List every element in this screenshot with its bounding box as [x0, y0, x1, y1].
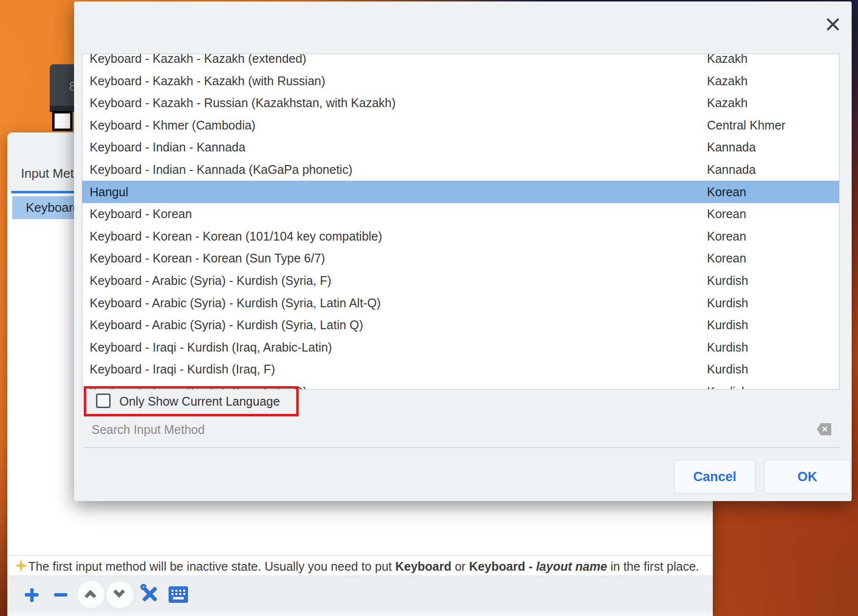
input-method-row[interactable]: Keyboard - Indian - KannadaKannada [82, 136, 839, 158]
input-method-name: Keyboard - Korean [90, 203, 192, 225]
input-method-language: Kannada [707, 136, 756, 158]
move-up-button[interactable] [77, 580, 105, 609]
input-method-row[interactable]: Keyboard - Iraqi - Kurdish (Iraq, Arabic… [82, 336, 839, 358]
input-method-row[interactable]: Keyboard - KoreanKorean [82, 203, 839, 225]
input-method-row[interactable]: Keyboard - Kazakh - Kazakh (extended)Kaz… [82, 54, 839, 70]
input-method-language: Kazakh [707, 54, 747, 70]
input-method-row[interactable]: Keyboard - Khmer (Cambodia)Central Khmer [82, 114, 839, 136]
input-method-language: Kurdish [707, 292, 748, 314]
input-method-name: Hangul [90, 181, 128, 203]
input-method-name: Keyboard - Arabic (Syria) - Kurdish (Syr… [90, 314, 363, 336]
input-method-language: Kurdish [707, 269, 748, 292]
input-method-language: Korean [707, 247, 746, 269]
window-bottom-strip [7, 613, 713, 616]
input-method-language: Kazakh [707, 70, 747, 92]
input-method-name: Keyboard - Kazakh - Kazakh (with Russian… [90, 70, 325, 92]
input-method-row[interactable]: Keyboard - Arabic (Syria) - Kurdish (Syr… [82, 314, 839, 336]
add-input-method-dialog: Keyboard - Kazakh - Kazakh (extended)Kaz… [74, 1, 852, 501]
cancel-button[interactable]: Cancel [674, 460, 756, 494]
ok-button[interactable]: OK [764, 460, 851, 494]
input-method-row[interactable]: Keyboard - Kazakh - Russian (Kazakhstan,… [82, 92, 839, 114]
sparkle-icon [15, 559, 28, 572]
chevron-down-icon [113, 586, 125, 597]
input-method-name: Keyboard - Arabic (Syria) - Kurdish (Syr… [90, 292, 381, 314]
input-method-name: Keyboard - Korean - Korean (Sun Type 6/7… [90, 247, 325, 269]
input-method-list[interactable]: Keyboard - Kazakh - Kazakh (extended)Kaz… [82, 54, 839, 390]
close-icon[interactable] [824, 15, 842, 34]
search-input[interactable]: Search Input Method [92, 417, 205, 442]
input-method-name: Keyboard - Khmer (Cambodia) [90, 114, 255, 136]
input-method-name: Keyboard - Kazakh - Kazakh (extended) [90, 54, 306, 70]
add-button[interactable] [24, 576, 39, 613]
input-method-language: Korean [707, 203, 746, 225]
footer-separator [84, 447, 839, 448]
input-method-row-selected[interactable]: HangulKorean [82, 181, 839, 203]
input-method-name: Keyboard - Indian - Kannada (KaGaPa phon… [90, 158, 352, 181]
input-method-language: Central Khmer [707, 114, 785, 136]
input-method-name: Keyboard - Kazakh - Russian (Kazakhstan,… [90, 92, 396, 114]
input-method-name: Keyboard - Iraqi - Kurdish (Iraq, F) [90, 358, 275, 380]
info-row: The first input method will be inactive … [7, 555, 713, 576]
input-method-language: Kurdish [707, 336, 748, 358]
input-method-row[interactable]: Keyboard - Arabic (Syria) - Kurdish (Syr… [82, 269, 839, 292]
input-method-row[interactable]: Keyboard - Korean - Korean (101/104 key … [82, 225, 839, 247]
toolbar [7, 576, 713, 613]
input-method-row[interactable]: Keyboard - Korean - Korean (Sun Type 6/7… [82, 247, 839, 269]
chevron-up-icon [84, 590, 96, 601]
input-method-language: Kurdish [707, 358, 748, 380]
keyboard-icon [169, 586, 188, 603]
input-method-language: Kurdish [707, 314, 748, 336]
remove-button[interactable] [54, 576, 68, 613]
input-method-name: Keyboard - Indian - Kannada [90, 136, 246, 158]
background-widget-swatch [52, 111, 73, 131]
input-method-language: Kazakh [707, 92, 747, 114]
clear-search-icon[interactable] [817, 423, 831, 435]
input-method-row[interactable]: Keyboard - Iraqi - Kurdish (Iraq, F)Kurd… [82, 358, 839, 380]
input-method-name: Keyboard - Arabic (Syria) - Kurdish (Syr… [90, 269, 331, 292]
move-down-button[interactable] [106, 580, 134, 609]
input-method-language: Korean [707, 225, 746, 247]
input-method-name: Keyboard - Korean - Korean (101/104 key … [90, 225, 382, 247]
input-method-row[interactable]: Keyboard - Arabic (Syria) - Kurdish (Syr… [82, 292, 839, 314]
keyboard-layout-button[interactable] [169, 576, 188, 613]
configure-button[interactable] [140, 576, 159, 613]
input-method-language: Korean [707, 181, 746, 203]
info-text: The first input method will be inactive … [28, 556, 710, 577]
input-method-language: Kurdish [707, 380, 748, 390]
input-method-row[interactable]: Keyboard - Indian - Kannada (KaGaPa phon… [82, 158, 839, 181]
input-method-language: Kannada [707, 158, 756, 181]
annotation-highlight-box [84, 386, 299, 416]
input-method-row[interactable]: Keyboard - Kazakh - Kazakh (with Russian… [82, 70, 839, 92]
input-method-name: Keyboard - Iraqi - Kurdish (Iraq, Arabic… [90, 336, 332, 358]
